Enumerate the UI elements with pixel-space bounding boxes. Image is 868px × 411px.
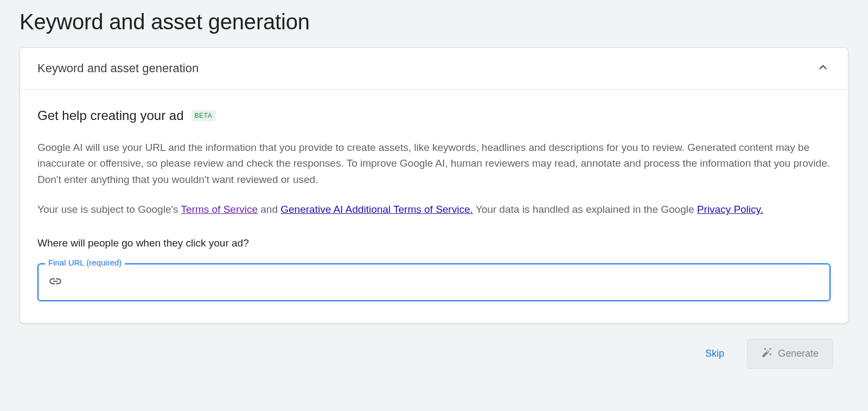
terms-of-service-link[interactable]: Terms of Service (181, 204, 258, 215)
url-question: Where will people go when they click you… (37, 237, 831, 249)
privacy-policy-link[interactable]: Privacy Policy. (697, 204, 763, 215)
final-url-input[interactable] (70, 264, 820, 300)
final-url-field-wrap: Final URL (required) (37, 263, 831, 301)
final-url-field[interactable] (37, 263, 831, 301)
page-title: Keyword and asset generation (20, 0, 848, 47)
actions-row: Skip Generate (20, 324, 848, 369)
final-url-label: Final URL (required) (45, 258, 125, 267)
card-header-title: Keyword and asset generation (37, 61, 199, 75)
generate-button[interactable]: Generate (747, 339, 833, 369)
generate-button-label: Generate (778, 348, 819, 359)
legal-and: and (258, 204, 280, 215)
gen-ai-tos-link[interactable]: Generative AI Additional Terms of Servic… (280, 204, 473, 215)
skip-button[interactable]: Skip (695, 342, 734, 366)
legal-text: Your use is subject to Google's Terms of… (37, 201, 831, 217)
magic-wand-icon (762, 347, 773, 361)
card-header[interactable]: Keyword and asset generation (20, 48, 848, 90)
chevron-up-icon (815, 60, 831, 77)
section-heading: Get help creating your ad (37, 108, 184, 123)
description-text: Google AI will use your URL and the info… (37, 140, 831, 187)
keyword-asset-card: Keyword and asset generation Get help cr… (20, 47, 848, 324)
card-body: Get help creating your ad BETA Google AI… (20, 90, 848, 323)
legal-prefix: Your use is subject to Google's (37, 204, 181, 215)
beta-badge: BETA (192, 110, 216, 121)
link-icon (48, 274, 62, 290)
legal-middle: Your data is handled as explained in the… (473, 204, 697, 215)
